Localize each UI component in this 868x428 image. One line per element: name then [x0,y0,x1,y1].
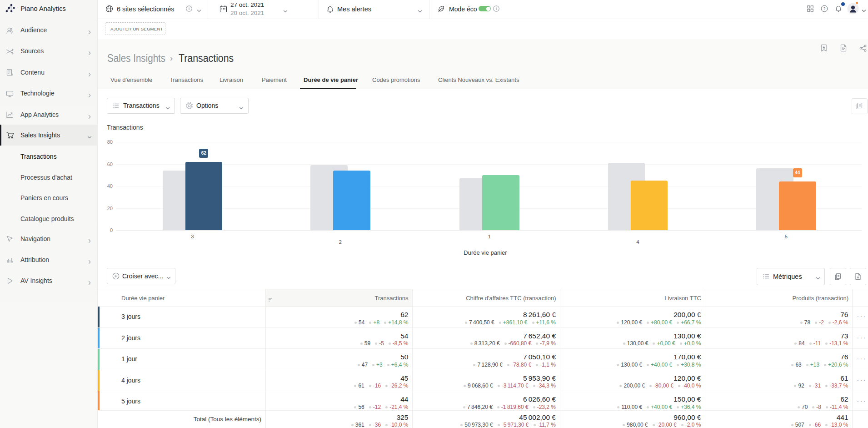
svg-text:?: ? [823,6,826,11]
